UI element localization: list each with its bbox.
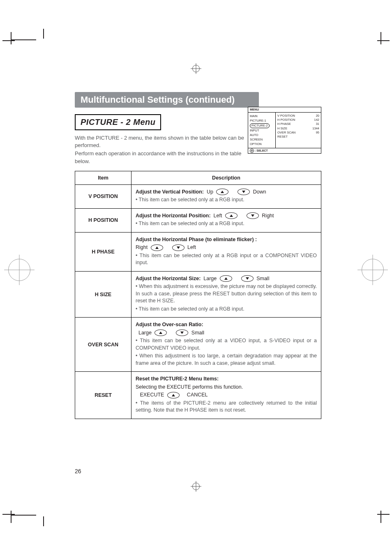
osd-left-column: MAIN PICTURE-1 PICTURE-2 INPUT AUTO SCRE… xyxy=(248,113,276,148)
down-icon xyxy=(176,329,188,336)
osd-item-label: OVER SCAN xyxy=(277,131,295,135)
row-desc: Reset the PICTURE-2 Menu Items: Selectin… xyxy=(131,372,321,419)
osd-tab: AUTO xyxy=(250,133,274,138)
spec-table: Item Description V POSITION Adjust the V… xyxy=(75,171,321,419)
table-row: H POSITION Adjust the Horizontal Positio… xyxy=(75,208,321,232)
table-row: H SIZE Adjust the Horizontal Size: Large… xyxy=(75,271,321,318)
row-desc: Adjust the Horizontal Position: Left Rig… xyxy=(131,208,321,232)
up-icon xyxy=(151,244,163,251)
row-label: H SIZE xyxy=(75,271,131,318)
osd-right-column: V POSITION20 H POSITION142 H PHASE31 H S… xyxy=(276,113,321,148)
table-row: OVER SCAN Adjust the Over-scan Ratio: La… xyxy=(75,318,321,372)
row-label: H PHASE xyxy=(75,232,131,271)
osd-tab: OPTION xyxy=(250,142,274,147)
table-row: RESET Reset the PICTURE-2 Menu Items: Se… xyxy=(75,372,321,419)
row-label: RESET xyxy=(75,372,131,419)
section-title: PICTURE - 2 Menu xyxy=(75,114,161,130)
col-item: Item xyxy=(75,171,131,184)
osd-item-label: H SIZE xyxy=(277,127,287,131)
table-row: H PHASE Adjust the Horizontal Phase (to … xyxy=(75,232,321,271)
osd-panel: MENU MAIN PICTURE-1 PICTURE-2 INPUT AUTO… xyxy=(248,107,321,154)
up-icon xyxy=(154,329,167,336)
down-icon xyxy=(238,189,250,195)
section-banner: Multifunctional Settings (continued) xyxy=(75,92,259,108)
ring-icon xyxy=(250,149,254,153)
osd-title: MENU xyxy=(248,107,321,113)
row-label: OVER SCAN xyxy=(75,318,131,372)
down-icon xyxy=(172,244,184,251)
row-label: V POSITION xyxy=(75,184,131,208)
osd-item-value: 31 xyxy=(316,122,319,126)
intro-text: With the PICTURE - 2 menu, the items sho… xyxy=(75,134,245,165)
row-desc: Adjust the Horizontal Size: Large Small … xyxy=(131,271,321,318)
up-icon xyxy=(216,189,228,195)
osd-item-label: RESET xyxy=(277,135,288,139)
col-description: Description xyxy=(131,171,321,184)
down-icon xyxy=(247,212,259,219)
row-label: H POSITION xyxy=(75,208,131,232)
osd-tab: PICTURE-1 xyxy=(250,118,274,123)
osd-footer: : SELECT xyxy=(248,148,321,153)
osd-tab: INPUT xyxy=(250,129,274,133)
osd-tab: SCREEN xyxy=(250,138,274,142)
osd-item-label: H POSITION xyxy=(277,118,295,122)
row-desc: Adjust the Over-scan Ratio: Large Small … xyxy=(131,318,321,372)
up-icon xyxy=(225,212,238,219)
down-icon xyxy=(241,275,254,282)
osd-item-label: H PHASE xyxy=(277,122,291,126)
osd-item-label: V POSITION xyxy=(277,114,295,118)
table-row: V POSITION Adjust the Vertical Position:… xyxy=(75,184,321,208)
osd-item-value: 142 xyxy=(314,118,319,122)
osd-tab-selected: PICTURE-2 xyxy=(250,123,270,128)
row-desc: Adjust the Vertical Position: Up Down • … xyxy=(131,184,321,208)
osd-tab: MAIN xyxy=(250,114,274,118)
up-icon xyxy=(220,275,232,282)
page-number: 26 xyxy=(75,468,81,474)
row-desc: Adjust the Horizontal Phase (to eliminat… xyxy=(131,232,321,271)
up-icon xyxy=(167,392,180,398)
osd-item-value: 95 xyxy=(316,131,319,135)
osd-item-value: 20 xyxy=(316,114,319,118)
osd-item-value: 1344 xyxy=(312,127,319,131)
